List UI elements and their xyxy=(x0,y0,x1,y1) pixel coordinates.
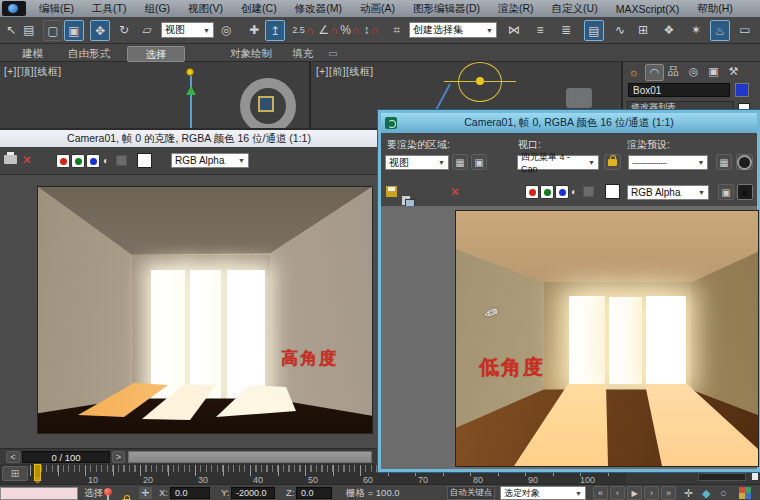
viewport-front-label[interactable]: [+][前][线框] xyxy=(316,65,374,79)
absolute-offset-toggle[interactable]: ✛ xyxy=(139,487,152,499)
render-button[interactable] xyxy=(736,154,753,170)
ribbon-tab-selection[interactable]: 选择 xyxy=(127,46,185,62)
frame-display-field[interactable]: 0 / 100 xyxy=(22,451,110,463)
reference-coordinate-dropdown[interactable]: 视图▼ xyxy=(161,22,214,38)
render-setup-button[interactable]: ▦ xyxy=(716,154,732,170)
named-selection-set-dropdown[interactable]: 创建选择集▼ xyxy=(409,22,497,38)
play-button[interactable]: ▶ xyxy=(627,486,642,500)
gizmo-y-arrow[interactable] xyxy=(186,86,196,95)
select-by-name-button[interactable]: ▤ xyxy=(20,20,38,39)
viewport-lock-button[interactable] xyxy=(604,154,621,170)
go-to-start-button[interactable]: « xyxy=(593,486,608,500)
selection-region-button[interactable]: ▢ xyxy=(43,20,63,41)
mirror-button[interactable]: ⋈ xyxy=(505,20,523,39)
green-channel-button[interactable] xyxy=(71,154,85,168)
render-area-dropdown[interactable]: 视图▼ xyxy=(385,155,449,170)
menu-graph-editors[interactable]: 图形编辑器(D) xyxy=(404,2,489,16)
monochrome-button[interactable]: ◐ xyxy=(571,186,577,197)
angle-snap-toggle[interactable]: ∠∩ xyxy=(317,20,339,39)
monochrome-button[interactable]: ◐ xyxy=(103,155,109,166)
maxscript-mini-listener[interactable] xyxy=(0,487,78,500)
rendered-frame-window-button[interactable]: ▭ xyxy=(736,20,754,39)
object-color-swatch[interactable] xyxy=(735,83,749,97)
spinner-snap-toggle[interactable]: ↕∩ xyxy=(361,20,381,39)
ribbon-tab-modeling[interactable]: 建模 xyxy=(14,46,51,60)
select-and-move-button[interactable]: ✥ xyxy=(90,20,110,41)
ribbon-tab-freeform[interactable]: 自由形式 xyxy=(60,46,118,60)
menu-maxscript[interactable]: MAXScript(X) xyxy=(607,3,689,15)
previous-frame-button[interactable]: < xyxy=(6,451,20,463)
menu-group[interactable]: 组(G) xyxy=(135,2,179,16)
use-pivot-center-button[interactable]: ◎ xyxy=(217,20,235,39)
menu-create[interactable]: 创建(C) xyxy=(232,2,286,16)
menu-modifiers[interactable]: 修改器(M) xyxy=(286,2,351,16)
viewport-dropdown[interactable]: 四元菜单 4 - Can▼ xyxy=(517,155,599,170)
background-color-swatch[interactable] xyxy=(137,153,152,168)
go-to-end-button[interactable]: » xyxy=(661,486,676,500)
key-filter-dropdown[interactable]: 选定对象▼ xyxy=(500,486,586,500)
save-image-icon[interactable] xyxy=(386,186,397,197)
background-color-swatch[interactable] xyxy=(605,184,620,199)
tab-utilities[interactable]: ⚒ xyxy=(725,64,742,79)
red-channel-button[interactable] xyxy=(525,185,539,199)
previous-frame-button[interactable]: ‹ xyxy=(610,486,625,500)
frame-toggle-button[interactable]: ▣ xyxy=(718,184,734,200)
menu-customize[interactable]: 自定义(U) xyxy=(543,2,607,16)
next-frame-button[interactable]: › xyxy=(644,486,659,500)
tab-create[interactable]: ☼ xyxy=(625,64,642,79)
next-frame-button[interactable]: > xyxy=(112,451,125,463)
alpha-channel-button[interactable] xyxy=(116,155,127,166)
pin-stack-icon[interactable] xyxy=(104,488,112,496)
select-and-manipulate-button[interactable]: ✚ xyxy=(245,20,263,39)
menu-animation[interactable]: 动画(A) xyxy=(351,2,404,16)
ribbon-collapse-button[interactable]: ▭ xyxy=(320,46,346,60)
key-filter-icon[interactable]: ◆ xyxy=(702,487,710,500)
green-channel-button[interactable] xyxy=(540,185,554,199)
material-editor-button[interactable]: ❖ xyxy=(660,20,678,39)
toggle-ribbon-button[interactable]: ▤ xyxy=(584,20,604,41)
viewport-top-label[interactable]: [+][顶][线框] xyxy=(4,65,62,79)
auto-region-button[interactable]: ▣ xyxy=(471,154,487,170)
tab-hierarchy[interactable]: 品 xyxy=(665,64,682,79)
menu-edit[interactable]: 编辑(E) xyxy=(30,2,83,16)
alpha-channel-button[interactable] xyxy=(583,186,594,197)
viewport-layout-icon[interactable] xyxy=(739,487,751,499)
select-and-rotate-button[interactable]: ↻ xyxy=(115,20,133,39)
app-logo-icon[interactable] xyxy=(2,1,26,16)
vfb-float-titlebar[interactable]: Camera01, 帧 0, RGBA 颜色 16 位/通道 (1:1) xyxy=(381,113,757,133)
key-mode-toggle[interactable]: ✛ xyxy=(684,487,693,500)
render-production-button[interactable]: ♨ xyxy=(710,20,730,41)
animation-mode-icon[interactable]: ○ xyxy=(720,487,727,499)
y-coordinate-field[interactable]: -2000.0 xyxy=(231,487,275,499)
light-object-gizmo[interactable] xyxy=(186,68,194,76)
tab-modify[interactable]: ◠ xyxy=(645,64,664,81)
blue-channel-button[interactable] xyxy=(86,154,100,168)
snap-toggle-25d[interactable]: 2.5∩ xyxy=(290,20,316,39)
window-crossing-toggle[interactable]: ▣ xyxy=(64,20,84,41)
tab-motion[interactable]: ◎ xyxy=(685,64,702,79)
vfb-left-titlebar[interactable]: Camera01, 帧 0 的克隆, RGBA 颜色 16 位/通道 (1:1) xyxy=(0,130,378,147)
mini-curve-editor-button[interactable]: ⊞ xyxy=(2,466,28,481)
layer-manager-button[interactable]: ≣ xyxy=(557,20,575,39)
curve-editor-button[interactable]: ∿ xyxy=(611,20,629,39)
clear-image-icon[interactable]: ✕ xyxy=(450,185,460,199)
time-slider-track[interactable] xyxy=(128,451,372,463)
object-name-field[interactable]: Box01 xyxy=(628,83,730,97)
percent-snap-toggle[interactable]: %∩ xyxy=(340,20,360,39)
tab-display[interactable]: ▣ xyxy=(705,64,722,79)
vfb-left-channel-dropdown[interactable]: RGB Alpha▼ xyxy=(171,153,249,168)
x-coordinate-field[interactable]: 0.0 xyxy=(170,487,210,499)
vfb-float-channel-dropdown[interactable]: RGB Alpha▼ xyxy=(627,185,709,200)
ribbon-tab-object-paint[interactable]: 对象绘制 xyxy=(222,46,280,60)
render-preset-dropdown[interactable]: ----------------▼ xyxy=(628,155,708,170)
auto-key-button[interactable]: 自动关键点 xyxy=(447,486,495,500)
schematic-view-button[interactable]: ⊞ xyxy=(634,20,652,39)
select-object-button[interactable]: ↖ xyxy=(2,20,20,39)
edit-region-button[interactable]: ▦ xyxy=(452,154,468,170)
menu-views[interactable]: 视图(V) xyxy=(179,2,232,16)
blue-channel-button[interactable] xyxy=(555,185,569,199)
menu-rendering[interactable]: 渲染(R) xyxy=(489,2,543,16)
select-and-scale-button[interactable]: ▱ xyxy=(138,20,156,39)
align-button[interactable]: ≡ xyxy=(531,20,549,39)
clear-image-icon[interactable]: ✕ xyxy=(22,153,32,167)
